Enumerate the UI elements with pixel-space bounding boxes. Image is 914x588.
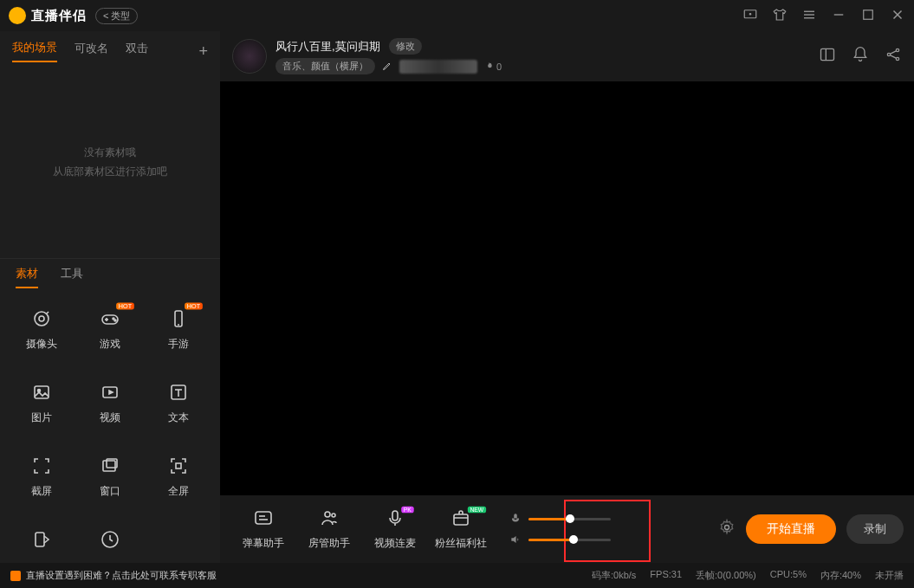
room-icon	[319, 507, 340, 531]
status-cpu: CPU:5%	[770, 569, 807, 582]
material-label: 截屏	[31, 484, 52, 499]
tab-renameable[interactable]: 可改名	[75, 41, 108, 61]
svg-point-32	[887, 53, 890, 55]
toolbar-video-link[interactable]: PK视频连麦	[362, 507, 428, 551]
material-label: 摄像头	[26, 337, 57, 352]
material-grid: 摄像头HOT游戏HOT手游图片视频文本截屏窗口全屏	[0, 292, 220, 563]
layout-icon[interactable]	[819, 46, 836, 67]
material-label: 视频	[100, 410, 120, 425]
material-label: 全屏	[168, 484, 189, 499]
bell-icon[interactable]	[852, 46, 869, 67]
svg-rect-18	[35, 386, 49, 398]
empty-line2: 从底部素材区进行添加吧	[53, 163, 167, 182]
new-badge: NEW	[468, 507, 486, 514]
toolbar-danmu[interactable]: 弹幕助手	[230, 507, 296, 551]
image-icon	[30, 381, 53, 404]
settings-icon[interactable]	[718, 519, 736, 540]
hot-badge: HOT	[116, 302, 134, 309]
popularity: 0	[484, 61, 502, 72]
close-icon[interactable]	[890, 7, 905, 25]
svg-point-9	[35, 312, 49, 326]
camera-icon	[30, 307, 53, 330]
tab-material[interactable]: 素材	[16, 266, 38, 288]
svg-point-41	[332, 514, 335, 517]
toolbar-label: 视频连麦	[374, 536, 416, 551]
tab-doubleclick[interactable]: 双击	[126, 41, 148, 61]
mic-slider[interactable]	[509, 513, 611, 525]
svg-point-1	[749, 13, 751, 15]
tab-tools[interactable]: 工具	[61, 266, 83, 288]
svg-point-44	[725, 526, 729, 530]
svg-point-10	[39, 316, 44, 321]
bottom-toolbar: 弹幕助手房管助手PK视频连麦NEW粉丝福利社 开始直播 录制	[220, 495, 914, 563]
material-window[interactable]: 窗口	[75, 455, 144, 504]
material-video[interactable]: 视频	[75, 381, 144, 430]
window-icon	[99, 455, 121, 477]
material-capture[interactable]: 截屏	[7, 455, 75, 504]
start-stream-button[interactable]: 开始直播	[746, 514, 836, 544]
type-button[interactable]: < 类型	[95, 8, 138, 24]
capture-icon	[30, 455, 53, 477]
extra1-icon	[30, 528, 53, 551]
material-label: 游戏	[100, 337, 120, 352]
game-icon	[99, 307, 121, 330]
sidebar: 我的场景 可改名 双击 + 没有素材哦 从底部素材区进行添加吧 素材 工具 摄像…	[0, 31, 220, 563]
material-extra2[interactable]	[75, 528, 144, 563]
category-pill[interactable]: 音乐、颜值（横屏）	[275, 58, 375, 74]
material-label: 窗口	[100, 484, 120, 499]
empty-line1: 没有素材哦	[84, 144, 136, 163]
extra2-icon	[99, 528, 121, 551]
help-link[interactable]: 直播设置遇到困难？点击此处可联系专职客服	[10, 569, 217, 582]
toolbar-fans[interactable]: NEW粉丝福利社	[428, 507, 494, 551]
maximize-icon[interactable]	[860, 7, 876, 25]
svg-rect-42	[392, 511, 398, 520]
fullscreen-icon	[167, 455, 190, 477]
material-text[interactable]: 文本	[145, 381, 213, 430]
shirt-icon[interactable]	[772, 7, 788, 25]
svg-point-15	[114, 320, 116, 321]
scene-empty-state: 没有素材哦 从底部素材区进行添加吧	[0, 68, 220, 258]
speaker-icon	[10, 571, 21, 581]
menu-icon[interactable]	[801, 7, 817, 25]
material-label: 图片	[31, 410, 52, 425]
svg-point-14	[113, 318, 114, 320]
material-camera[interactable]: 摄像头	[7, 307, 75, 357]
app-logo: 直播伴侣	[9, 7, 87, 24]
add-scene-button[interactable]: +	[198, 42, 208, 61]
material-image[interactable]: 图片	[7, 381, 75, 430]
tab-my-scene[interactable]: 我的场景	[12, 40, 57, 62]
status-drop: 丢帧:0(0.00%)	[696, 569, 756, 582]
svg-rect-27	[176, 463, 181, 468]
status-fps: FPS:31	[650, 569, 682, 582]
danmu-icon	[253, 507, 274, 531]
material-fullscreen[interactable]: 全屏	[145, 455, 213, 504]
stream-header: 风行八百里,莫问归期 修改 音乐、颜值（横屏） 0	[220, 31, 914, 81]
avatar[interactable]	[232, 39, 267, 74]
toolbar-room[interactable]: 房管助手	[296, 507, 362, 551]
titlebar: 直播伴侣 < 类型	[0, 0, 914, 31]
share-icon[interactable]	[885, 46, 902, 67]
record-button[interactable]: 录制	[846, 514, 904, 544]
main: 风行八百里,莫问归期 修改 音乐、颜值（横屏） 0	[220, 31, 914, 563]
svg-rect-6	[864, 10, 873, 19]
minimize-icon[interactable]	[831, 7, 846, 25]
modify-button[interactable]: 修改	[389, 38, 422, 55]
svg-rect-25	[103, 461, 115, 471]
material-extra1[interactable]	[7, 528, 75, 563]
svg-rect-37	[256, 512, 271, 524]
statusbar: 直播设置遇到困难？点击此处可联系专职客服 码率:0kb/s FPS:31 丢帧:…	[0, 563, 914, 588]
text-icon	[167, 381, 190, 404]
window-controls	[742, 7, 905, 25]
cast-icon[interactable]	[742, 7, 758, 25]
volume-slider[interactable]	[509, 533, 611, 546]
edit-icon[interactable]	[382, 61, 392, 73]
toolbar-label: 房管助手	[308, 536, 350, 551]
svg-point-40	[325, 512, 330, 517]
toolbar-label: 弹幕助手	[243, 536, 284, 551]
audio-sliders	[509, 513, 611, 546]
material-mobile-game[interactable]: HOT手游	[145, 307, 213, 357]
svg-rect-30	[821, 48, 834, 60]
material-game[interactable]: HOT游戏	[75, 307, 144, 357]
preview-area[interactable]	[220, 81, 914, 495]
svg-rect-43	[454, 514, 468, 525]
